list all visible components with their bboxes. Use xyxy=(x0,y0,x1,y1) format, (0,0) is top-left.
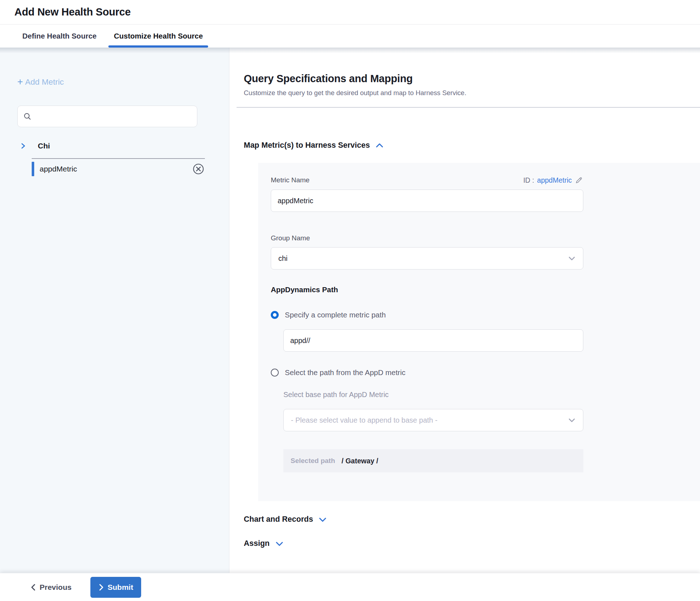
chart-records-title: Chart and Records xyxy=(244,515,313,524)
chevron-down-icon xyxy=(318,516,327,523)
metrics-sidebar: + Add Metric Chi xyxy=(0,48,229,573)
search-input[interactable] xyxy=(35,112,191,121)
search-icon xyxy=(23,112,31,120)
map-metrics-section-toggle[interactable]: Map Metric(s) to Harness Services xyxy=(244,141,384,150)
add-metric-label: Add Metric xyxy=(25,77,64,87)
radio-select-path-label: Select the path from the AppD metric xyxy=(285,368,405,377)
section-title: Query Specifications and Mapping xyxy=(244,73,700,85)
base-path-placeholder: - Please select value to append to base … xyxy=(291,416,438,424)
id-label: ID : xyxy=(523,176,534,184)
previous-label: Previous xyxy=(40,583,72,592)
metric-mapping-panel: Metric Name ID : appdMetric Group Nam xyxy=(258,163,700,501)
dialog-header: Add New Health Source xyxy=(0,0,700,25)
chevron-up-icon xyxy=(375,142,384,149)
tab-label: Define Health Source xyxy=(22,32,97,40)
query-spec-panel: Query Specifications and Mapping Customi… xyxy=(229,48,700,573)
edit-id-icon[interactable] xyxy=(575,176,583,184)
metric-item-name: appdMetric xyxy=(40,165,77,173)
selected-path-value: / Gateway / xyxy=(342,457,378,465)
selected-path-label: Selected path xyxy=(291,457,335,465)
assign-title: Assign xyxy=(244,539,270,548)
group-name-label: Group Name xyxy=(271,234,700,242)
tab-define-health-source[interactable]: Define Health Source xyxy=(17,25,102,48)
submit-button[interactable]: Submit xyxy=(90,577,141,598)
submit-label: Submit xyxy=(108,583,133,592)
id-value-link[interactable]: appdMetric xyxy=(537,176,572,184)
section-subtitle: Customize the query to get the desired o… xyxy=(244,89,700,97)
radio-unselected-icon xyxy=(271,369,279,377)
group-name-select[interactable]: chi xyxy=(271,247,583,270)
tab-bar: Define Health Source Customize Health So… xyxy=(0,25,700,48)
add-metric-button[interactable]: + Add Metric xyxy=(17,77,64,87)
chevron-down-icon xyxy=(275,540,284,547)
remove-metric-icon[interactable] xyxy=(192,163,205,175)
assign-section-toggle[interactable]: Assign xyxy=(244,539,284,548)
metric-id: ID : appdMetric xyxy=(523,176,583,184)
metric-group-chi[interactable]: Chi xyxy=(0,138,229,154)
chevron-down-icon xyxy=(568,418,576,423)
previous-button[interactable]: Previous xyxy=(30,583,72,592)
appdynamics-path-label: AppDynamics Path xyxy=(271,285,700,294)
map-metrics-section-title: Map Metric(s) to Harness Services xyxy=(244,141,370,150)
metric-search-box xyxy=(17,106,197,127)
chevron-left-icon xyxy=(30,583,36,591)
base-path-select[interactable]: - Please select value to append to base … xyxy=(283,409,583,431)
chevron-down-icon xyxy=(568,256,576,261)
radio-complete-path-label: Specify a complete metric path xyxy=(285,311,386,319)
plus-icon: + xyxy=(17,77,23,87)
selected-path-row: Selected path / Gateway / xyxy=(283,449,583,472)
selected-indicator-bar xyxy=(32,162,34,176)
group-name-value: chi xyxy=(278,254,288,263)
metric-group-name: Chi xyxy=(38,142,50,150)
tab-label: Customize Health Source xyxy=(114,32,203,40)
metric-name-input[interactable] xyxy=(271,190,583,212)
chart-records-section-toggle[interactable]: Chart and Records xyxy=(244,515,327,524)
radio-select-path-from-appd[interactable]: Select the path from the AppD metric xyxy=(271,368,700,377)
radio-selected-icon xyxy=(271,311,279,319)
add-health-source-dialog: Add New Health Source Define Health Sour… xyxy=(0,0,700,601)
wizard-footer: Previous Submit xyxy=(0,573,700,601)
page-title: Add New Health Source xyxy=(14,6,131,18)
metric-item-appdmetric[interactable]: appdMetric xyxy=(32,159,205,179)
complete-metric-path-input[interactable] xyxy=(283,329,583,352)
radio-complete-metric-path[interactable]: Specify a complete metric path xyxy=(271,311,700,319)
chevron-right-icon xyxy=(20,142,26,150)
tab-customize-health-source[interactable]: Customize Health Source xyxy=(108,25,208,48)
content-divider xyxy=(237,107,700,108)
base-path-label: Select base path for AppD Metric xyxy=(283,391,700,399)
chevron-right-icon xyxy=(98,583,104,591)
metric-name-label: Metric Name xyxy=(271,176,310,184)
